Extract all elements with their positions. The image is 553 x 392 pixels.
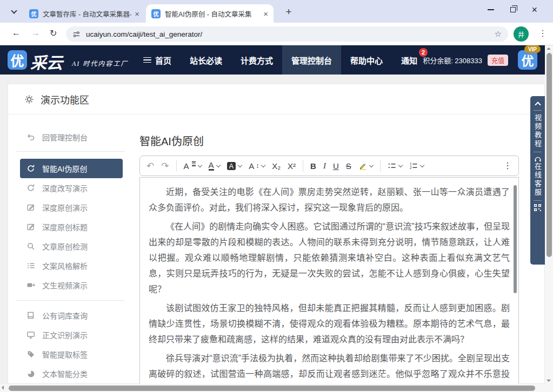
highlight-dropdown[interactable] (358, 161, 373, 170)
editor-toolbar: ↶ ↷ A A A A ↕ X₂ X² (139, 156, 519, 176)
window-controls: × (472, 0, 553, 19)
font-color-dropdown[interactable]: A (209, 161, 220, 171)
section-title: 演示功能区 (41, 92, 89, 106)
editor-content[interactable]: 近期，备受关注的电影《在人间》票房走势突然逆转，赵丽颖、张一山等一众演员遭遇了众… (139, 177, 519, 384)
horizontal-scrollbar-thumb[interactable] (9, 386, 535, 391)
sidebar-item-ai-rewrite[interactable]: 智能AI伪原创 (20, 159, 123, 178)
page-vertical-scrollbar[interactable] (545, 45, 553, 384)
chevron-down-icon (197, 163, 202, 167)
sidebar-back-to-console[interactable]: 回管理控制台 (20, 127, 123, 147)
nav-item-must-read[interactable]: 站长必读 (181, 45, 231, 75)
nav-item-home[interactable]: 首页 (134, 45, 181, 75)
reload-button[interactable]: ↻ (50, 28, 57, 38)
redo-button[interactable]: ↷ (161, 161, 169, 171)
page-horizontal-scrollbar[interactable] (0, 384, 545, 392)
browser-menu-kebab-icon[interactable]: ⋮ (538, 28, 547, 38)
strikethrough-button[interactable]: S (346, 162, 351, 170)
toolbar-divider (176, 160, 177, 172)
sidebar-item-deep-original[interactable]: 深度原创演示 (20, 198, 123, 217)
sidebar-item-public-lexicon[interactable]: 公有词库查询 (20, 306, 123, 325)
toolbar-overflow-button[interactable]: ⋮ (503, 161, 512, 170)
underline-button[interactable]: U (333, 162, 339, 170)
background-color-dropdown[interactable]: A (227, 162, 242, 170)
undo-button[interactable]: ↶ (146, 161, 154, 171)
subscript-button[interactable]: X₂ (272, 162, 281, 170)
window-minimize-button[interactable] (488, 9, 494, 10)
edit-icon (26, 203, 35, 212)
bold-button[interactable]: B (310, 162, 316, 170)
sidebar-item-originality-check[interactable]: 文章原创检测 (20, 236, 123, 256)
tab-close-icon[interactable]: × (135, 10, 139, 18)
edit-icon (26, 222, 35, 231)
video-tutorial-button[interactable]: 视频教程 (534, 114, 541, 148)
content-card: 演示功能区 回管理控制台 智能AI伪原创 深度改写演示 深度 (8, 84, 545, 384)
chevron-down-icon (238, 163, 242, 167)
nav-item-notifications[interactable]: 通知 2 (392, 45, 427, 75)
chevron-down-icon (11, 8, 17, 13)
scroll-left-arrow[interactable] (2, 386, 4, 390)
back-arrow-icon (26, 133, 35, 141)
site-favicon: 优 (29, 9, 38, 18)
bullet-list-icon (388, 161, 396, 170)
superscript-button[interactable]: X² (288, 162, 296, 170)
ordered-list-icon (26, 261, 35, 270)
chevron-down-icon (261, 163, 265, 167)
sidebar-item-style-analysis[interactable]: 文案风格解析 (20, 256, 123, 275)
editor-paragraph[interactable]: 徐兵导演对“意识流”手法极为执着，然而这种执着却给剧集带来了不少困扰。全剧呈现出… (149, 350, 510, 384)
url-text[interactable]: ucaiyun.com/caiji/test_ai_generator/ (86, 30, 495, 38)
chevron-down-icon (398, 163, 403, 167)
sidebar-item-tag-extraction[interactable]: 智能提取标签 (20, 344, 123, 364)
site-logo-text[interactable]: 采云 (30, 50, 63, 73)
italic-button[interactable]: I (323, 162, 326, 170)
editor-paragraph[interactable]: 该剧试图效仿王家卫的独特风格，但却未能真正把握其精髓，反而让人感到更加困惑。剧情… (149, 300, 510, 347)
tag-icon (26, 350, 35, 359)
floating-side-panel: 视频教程 在线客服 (530, 96, 545, 265)
sidebar-item-body-recognition[interactable]: 正文识别演示 (20, 325, 123, 344)
panel-divider (534, 200, 542, 201)
site-logo-badge[interactable]: 优 (8, 50, 27, 70)
online-service-button[interactable]: 在线客服 (534, 163, 541, 197)
back-button[interactable]: ← (12, 28, 21, 38)
browser-tab-strip: 优 文章暂存库 - 自动文章采集器- × 优 智能AI伪原创 - 自动文章采集 … (0, 0, 553, 23)
nav-menu: 首页 站长必读 计费方式 管理控制台 帮助中心 通知 2 (134, 45, 427, 75)
numbered-list-dropdown[interactable]: 1 2 (409, 161, 424, 170)
gear-icon (24, 94, 34, 104)
sidebar-item-deep-rewrite[interactable]: 深度改写演示 (20, 178, 123, 198)
window-close-button[interactable]: × (532, 5, 538, 15)
tab-title: 智能AI伪原创 - 自动文章采集 (165, 9, 260, 19)
scroll-down-arrow[interactable] (547, 380, 551, 382)
user-avatar[interactable]: 优 (518, 50, 537, 70)
forward-button[interactable]: → (31, 28, 40, 38)
panel-divider (534, 110, 542, 111)
bookmark-star-icon[interactable]: ☆ (495, 29, 502, 39)
window-restore-button[interactable] (510, 7, 516, 12)
editor-paragraph[interactable]: 近期，备受关注的电影《在人间》票房走势突然逆转，赵丽颖、张一山等一众演员遭遇了众… (149, 184, 510, 215)
bullet-list-dropdown[interactable] (388, 161, 402, 170)
line-spacing-dropdown[interactable]: A ↕ (249, 162, 265, 170)
sidebar-item-text-classification[interactable]: 文本智能分类 (20, 364, 123, 383)
nav-item-console[interactable]: 管理控制台 (282, 45, 341, 75)
url-omnibox[interactable]: ucaiyun.com/caiji/test_ai_generator/ ☆ (66, 26, 508, 42)
scroll-top-button[interactable] (535, 102, 541, 107)
sidebar-divider (17, 151, 125, 152)
browser-tab-active[interactable]: 优 智能AI伪原创 - 自动文章采集 × (146, 4, 274, 23)
tab-search-button[interactable] (8, 6, 21, 18)
editor-scrollbar-thumb[interactable] (514, 185, 517, 293)
browser-tab-inactive[interactable]: 优 文章暂存库 - 自动文章采集器- × (24, 4, 145, 23)
editor-paragraph[interactable]: 《在人间》的剧情走向确实令人困惑。它试图通过所谓的“意识流”技巧来叙述故事，但呈… (149, 219, 510, 297)
scroll-up-arrow[interactable] (547, 48, 551, 50)
sidebar-item-deep-title[interactable]: 深度原创标题 (20, 217, 123, 236)
font-size-dropdown[interactable]: A (184, 162, 202, 170)
browser-profile-avatar[interactable]: 井 (514, 26, 529, 42)
sidebar-item-text-to-video[interactable]: 文生视频演示 (20, 275, 123, 295)
site-settings-tune-icon[interactable] (72, 30, 81, 38)
site-navbar: 优 采云 AI 时代内容工厂 首页 站长必读 计费方式 管理控制台 帮助中心 通… (0, 45, 545, 75)
headset-icon[interactable] (534, 156, 542, 163)
tab-close-icon[interactable]: × (263, 10, 268, 18)
new-tab-button[interactable]: + (282, 5, 296, 19)
vertical-scrollbar-thumb[interactable] (547, 53, 552, 257)
qr-code-icon[interactable] (534, 204, 541, 211)
nav-item-pricing[interactable]: 计费方式 (231, 45, 282, 75)
recharge-button[interactable]: 充值 (488, 55, 508, 66)
nav-item-help[interactable]: 帮助中心 (341, 45, 392, 75)
